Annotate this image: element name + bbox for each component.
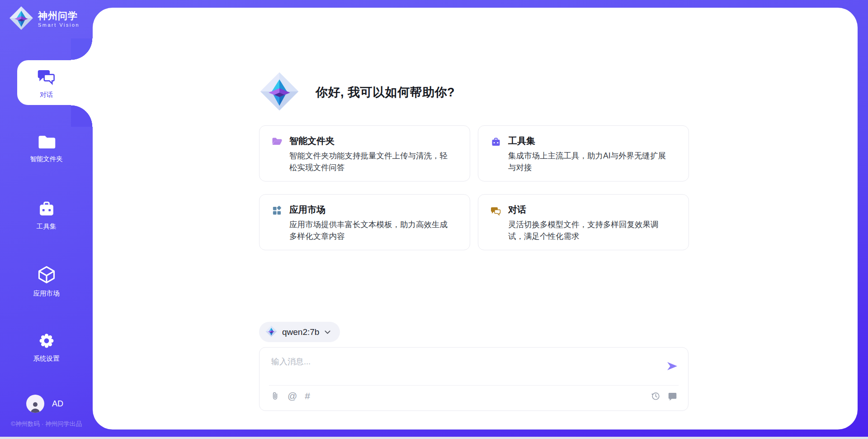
topic-icon[interactable]: # [305,391,310,401]
folder-icon [37,133,56,152]
model-name: qwen2:7b [282,327,319,337]
page-bottom-edge [0,437,868,439]
card-title: 工具集 [508,135,674,146]
message-input[interactable] [270,355,656,383]
send-icon[interactable] [666,360,679,372]
app-grid-icon [272,205,283,218]
sidebar-item-label: 对话 [40,91,53,98]
user-profile[interactable]: AD [26,395,63,413]
feature-cards: 智能文件夹 智能文件夹功能支持批量文件上传与清洗，轻松实现文件问答 工具集 集成… [259,125,689,250]
card-app-market[interactable]: 应用市场 应用市场提供丰富长文本模板，助力高效生成多样化文章内容 [259,194,470,250]
card-toolset[interactable]: 工具集 集成市场上主流工具，助力AI与外界无缝扩展与对接 [478,125,689,181]
folder-open-icon [272,137,283,148]
card-title: 应用市场 [289,204,455,215]
sidebar-item-chat[interactable]: 对话 [0,60,93,105]
gear-icon [38,332,56,351]
message-composer: @ # [259,347,689,411]
user-name: AD [52,399,63,409]
sidebar-item-smart-folder[interactable]: 智能文件夹 [0,133,93,162]
card-description: 集成市场上主流工具，助力AI与外界无缝扩展与对接 [508,150,674,174]
sidebar-item-label: 系统设置 [33,355,60,362]
brand-name: 神州问学 [38,10,80,21]
brand-logo-icon [259,72,299,113]
brand-logo-icon [265,325,277,339]
card-title: 智能文件夹 [289,135,455,146]
chevron-down-icon [324,329,331,335]
brand-subtitle: Smart Vision [38,22,80,28]
card-description: 应用市场提供丰富长文本模板，助力高效生成多样化文章内容 [289,219,455,243]
model-selector[interactable]: qwen2:7b [259,322,340,342]
chat-icon [491,205,501,218]
sidebar-item-label: 智能文件夹 [30,156,63,162]
chat-icon [37,67,56,87]
sidebar-item-label: 应用市场 [33,290,60,297]
pill-curve-bottom [71,105,95,127]
sidebar-item-label: 工具集 [37,223,57,230]
brand-logo: 神州问学 Smart Vision [9,6,80,32]
copyright-text: ©神州数码 · 神州问学出品 [0,420,93,428]
card-chat[interactable]: 对话 灵活切换多模型文件，支持多样回复效果调试，满足个性化需求 [478,194,689,250]
greeting-header: 你好, 我可以如何帮助你? [259,72,455,113]
history-icon[interactable] [651,391,660,401]
mention-icon[interactable]: @ [288,391,297,401]
card-smart-folder[interactable]: 智能文件夹 智能文件夹功能支持批量文件上传与清洗，轻松实现文件问答 [259,125,470,181]
card-description: 智能文件夹功能支持批量文件上传与清洗，轻松实现文件问答 [289,150,455,174]
user-avatar-icon [26,395,44,413]
composer-divider [269,385,679,386]
toolbox-icon [491,137,501,149]
sidebar-item-settings[interactable]: 系统设置 [0,332,93,362]
chat-bubble-icon[interactable] [668,391,677,401]
brand-logo-icon [9,6,33,32]
card-description: 灵活切换多模型文件，支持多样回复效果调试，满足个性化需求 [508,219,674,243]
attach-icon[interactable] [270,391,280,401]
toolbox-icon [37,200,56,219]
card-title: 对话 [508,204,674,215]
sidebar-item-app-market[interactable]: 应用市场 [0,265,93,297]
composer-tools-right [651,391,677,401]
composer-tools: @ # [270,391,310,401]
sidebar-item-toolset[interactable]: 工具集 [0,200,93,230]
pill-curve-top [71,38,95,60]
greeting-title: 你好, 我可以如何帮助你? [316,84,455,100]
cube-icon [37,265,57,286]
